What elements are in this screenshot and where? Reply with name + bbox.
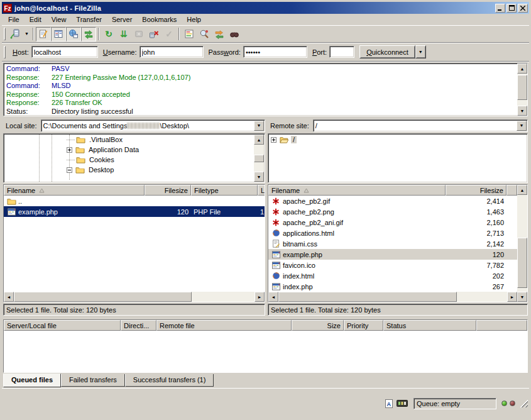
file-row[interactable]: example.php120 (268, 249, 517, 260)
quickconnect-button[interactable]: Quickconnect (359, 45, 415, 58)
scroll-track[interactable] (254, 145, 264, 172)
log-vertical-scrollbar[interactable]: ▲ ▼ (517, 64, 527, 116)
column-header-status[interactable]: Status (383, 320, 476, 331)
file-cell: 1 (258, 208, 265, 216)
scroll-up-button[interactable]: ▲ (517, 64, 527, 74)
file-row[interactable]: bitnami.css2,142 (268, 238, 517, 249)
menu-edit[interactable]: Edit (25, 14, 47, 25)
column-header-filetype[interactable]: Filetype (191, 185, 258, 196)
local-site-combo[interactable]: C:\Documents and Settings\Desktop\ ▼ (41, 119, 265, 132)
scroll-right-button[interactable]: ► (507, 292, 517, 302)
file-row[interactable]: example.php120PHP File1 (4, 206, 265, 217)
local-tree-vertical-scrollbar[interactable]: ▲ ▼ (254, 135, 264, 182)
username-field[interactable] (140, 46, 204, 58)
tree-item-applicationdata[interactable]: Application Data (4, 145, 254, 155)
expand-icon[interactable] (67, 147, 72, 153)
toggle-message-log-button[interactable] (36, 27, 51, 41)
tree-item-label[interactable]: / (291, 136, 297, 143)
site-manager-dropdown-button[interactable]: ▼ (23, 27, 31, 41)
local-horizontal-scrollbar[interactable]: ◄ ► (4, 292, 265, 302)
scroll-left-button[interactable]: ◄ (268, 292, 278, 302)
scroll-up-button[interactable]: ▲ (517, 185, 527, 195)
site-manager-button[interactable] (8, 27, 23, 41)
scroll-track[interactable] (517, 74, 527, 106)
synchronized-browsing-button[interactable] (212, 27, 227, 41)
scroll-down-button[interactable]: ▼ (517, 106, 527, 116)
file-row[interactable]: apache_pb2.png1,463 (268, 206, 517, 217)
titlebar[interactable]: Fz john@localhost - FileZilla (2, 2, 529, 14)
remote-site-dropdown-button[interactable]: ▼ (517, 121, 527, 131)
file-row[interactable]: .. (4, 196, 265, 206)
file-row[interactable]: applications.html2,713 (268, 228, 517, 238)
password-field[interactable] (243, 46, 307, 58)
filezilla-app-icon[interactable]: Fz (3, 4, 12, 13)
column-header-remotefile[interactable]: Remote file (156, 320, 292, 331)
close-button[interactable] (518, 4, 528, 13)
file-row[interactable]: apache_pb2.gif2,414 (268, 196, 517, 206)
tree-item-virtualbox[interactable]: .VirtualBox (4, 135, 254, 145)
column-header-size[interactable]: Size (292, 320, 344, 331)
cancel-operation-button[interactable] (131, 27, 146, 41)
remote-vertical-scrollbar[interactable]: ▲ ▼ (517, 185, 527, 302)
column-header-filename[interactable]: Filename (4, 185, 145, 196)
filter-button[interactable] (182, 27, 197, 41)
directory-comparison-button[interactable] (197, 27, 212, 41)
scroll-track[interactable] (14, 292, 255, 302)
tree-item-label[interactable]: Desktop (87, 166, 116, 174)
column-header-directi[interactable]: Directi... (121, 320, 156, 331)
toggle-local-tree-button[interactable] (51, 27, 66, 41)
column-header-filesize[interactable]: Filesize (145, 185, 191, 196)
expand-icon[interactable] (271, 137, 276, 143)
refresh-button[interactable]: ↻ (101, 27, 116, 41)
scroll-down-button[interactable]: ▼ (254, 172, 264, 182)
port-field[interactable] (329, 46, 354, 58)
disconnect-button[interactable] (146, 27, 161, 41)
resize-grip[interactable] (520, 399, 528, 407)
toggle-transfer-queue-button[interactable] (81, 27, 96, 41)
tab-successful-transfers-1-[interactable]: Successful transfers (1) (125, 374, 214, 387)
menu-transfer[interactable]: Transfer (71, 14, 107, 25)
menu-file[interactable]: File (3, 14, 25, 25)
scroll-up-button[interactable]: ▲ (254, 135, 264, 145)
toolbar-grip[interactable] (4, 28, 6, 40)
tab-queued-files[interactable]: Queued files (3, 373, 61, 387)
menu-help[interactable]: Help (182, 14, 206, 25)
collapse-icon[interactable] (67, 167, 72, 173)
scroll-track[interactable] (278, 292, 507, 302)
tree-item-[interactable]: / (269, 135, 527, 145)
column-header-serverlocalfile[interactable]: Server/Local file (4, 320, 121, 331)
local-site-dropdown-button[interactable]: ▼ (254, 121, 264, 131)
tree-item-cookies[interactable]: Cookies (4, 155, 254, 165)
scroll-down-button[interactable]: ▼ (517, 292, 527, 302)
toggle-remote-tree-button[interactable] (66, 27, 81, 41)
file-row[interactable]: index.php267 (268, 281, 517, 292)
minimize-button[interactable] (495, 4, 505, 13)
remote-horizontal-scrollbar[interactable]: ◄ ► (268, 292, 517, 302)
column-header-filesize[interactable]: Filesize (446, 185, 506, 196)
menu-bookmarks[interactable]: Bookmarks (137, 14, 182, 25)
tab-failed-transfers[interactable]: Failed transfers (61, 374, 125, 387)
quickconnect-dropdown-button[interactable]: ▼ (415, 45, 426, 58)
column-header-priority[interactable]: Priority (344, 320, 383, 331)
column-header-l[interactable]: L (258, 185, 265, 196)
column-header-filename[interactable]: Filename (268, 185, 446, 196)
tree-item-label[interactable]: Cookies (87, 156, 116, 163)
scroll-right-button[interactable]: ► (255, 292, 265, 302)
scroll-track[interactable] (517, 195, 527, 292)
file-row[interactable]: apache_pb2_ani.gif2,160 (268, 217, 517, 228)
quickconnect-grip[interactable] (4, 46, 6, 58)
remote-site-combo[interactable]: / ▼ (313, 119, 528, 132)
host-field[interactable] (31, 46, 98, 58)
maximize-button[interactable] (506, 4, 517, 13)
file-row[interactable]: index.html202 (268, 270, 517, 281)
scroll-left-button[interactable]: ◄ (4, 292, 14, 302)
find-files-button[interactable] (227, 27, 242, 41)
reconnect-button[interactable]: ✓ (161, 27, 177, 41)
tree-item-desktop[interactable]: Desktop (4, 165, 254, 175)
menu-view[interactable]: View (47, 14, 72, 25)
tree-item-label[interactable]: .VirtualBox (87, 136, 124, 143)
file-row[interactable]: favicon.ico7,782 (268, 260, 517, 270)
menu-server[interactable]: Server (107, 14, 137, 25)
tree-item-label[interactable]: Application Data (87, 146, 141, 153)
process-queue-button[interactable]: ⇊ (116, 27, 131, 41)
